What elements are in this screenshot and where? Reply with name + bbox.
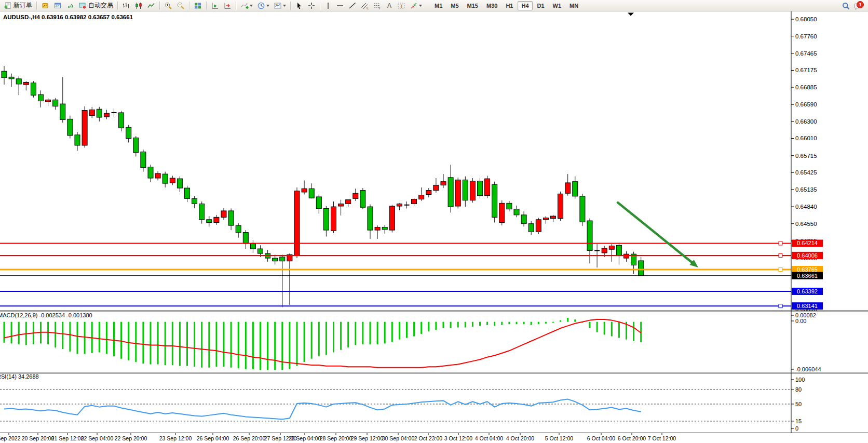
period-button-d1[interactable]: D1: [534, 1, 548, 10]
profiles-button[interactable]: [52, 0, 63, 11]
macd-bar: [516, 322, 518, 325]
search-icon[interactable]: [842, 2, 850, 10]
candle: [31, 83, 36, 96]
new-chart-button[interactable]: [39, 0, 51, 11]
candle: [133, 138, 139, 152]
arrows-button[interactable]: [408, 0, 424, 11]
line-handle[interactable]: [779, 304, 782, 308]
candle: [9, 77, 14, 78]
candle: [360, 191, 365, 208]
crosshair-button[interactable]: [306, 0, 317, 11]
toolbar-separator: [206, 2, 207, 10]
period-button-h1[interactable]: H1: [502, 1, 517, 10]
macd-bar: [208, 322, 210, 368]
bar-chart-icon: [122, 2, 130, 10]
candle: [67, 119, 73, 135]
candlestick-chart-button[interactable]: [133, 0, 144, 11]
text-button[interactable]: A: [384, 0, 395, 11]
fibonacci-icon: F: [373, 2, 382, 10]
chart-shift-icon: [223, 2, 232, 10]
autotrading-button[interactable]: 自动交易: [77, 0, 115, 11]
text-label-button[interactable]: T: [396, 0, 407, 11]
line-handle[interactable]: [779, 253, 782, 257]
svg-text:E: E: [367, 6, 369, 9]
period-button-w1[interactable]: W1: [549, 1, 565, 10]
macd-bar: [186, 322, 188, 366]
svg-text:0.64214: 0.64214: [797, 240, 818, 246]
macd-bar: [4, 322, 5, 343]
candle: [551, 216, 556, 218]
macd-bar: [106, 322, 107, 354]
svg-text:22 Sep 20:00: 22 Sep 20:00: [115, 435, 147, 441]
svg-text:80: 80: [795, 386, 802, 393]
svg-text:30 Sep 04:00: 30 Sep 04:00: [382, 435, 415, 441]
candle: [104, 113, 109, 117]
svg-text:7 Oct 12:00: 7 Oct 12:00: [648, 435, 676, 441]
macd-bar: [413, 322, 415, 337]
cursor-button[interactable]: [293, 0, 305, 11]
svg-text:26 Sep 04:00: 26 Sep 04:00: [197, 435, 229, 441]
candle: [309, 189, 314, 198]
macd-bar: [281, 322, 283, 370]
candle: [331, 207, 336, 231]
tile-windows-button[interactable]: [192, 0, 204, 11]
signals-button[interactable]: [64, 0, 76, 11]
candle: [185, 188, 190, 198]
line-handle[interactable]: [779, 241, 782, 245]
svg-text:Sep 2022: Sep 2022: [0, 435, 21, 441]
zoom-in-button[interactable]: [162, 0, 174, 11]
macd-bar: [618, 322, 620, 338]
chart-area[interactable]: 0.680500.677600.674650.671750.668850.665…: [0, 11, 868, 443]
macd-bar: [589, 322, 591, 328]
period-button-m15[interactable]: M15: [464, 1, 482, 10]
horizontal-line-button[interactable]: [334, 0, 346, 11]
periods-menu-button[interactable]: [255, 0, 271, 11]
candle: [412, 199, 417, 204]
chart-canvas[interactable]: 0.680500.677600.674650.671750.668850.665…: [0, 11, 868, 443]
trendline-button[interactable]: [347, 0, 358, 11]
macd-bar: [552, 322, 554, 323]
chevron-down-icon: [266, 5, 269, 7]
candlestick-chart-icon: [134, 2, 143, 10]
vertical-line-button[interactable]: [323, 0, 333, 11]
bar-chart-button[interactable]: [120, 0, 132, 11]
macd-bar: [333, 322, 334, 353]
zoom-out-button[interactable]: [175, 0, 186, 11]
macd-bar: [165, 322, 166, 365]
line-chart-button[interactable]: [145, 0, 157, 11]
candle: [170, 178, 175, 183]
arrows-icon: [410, 2, 418, 10]
fibonacci-button[interactable]: F: [372, 0, 383, 11]
candle: [521, 215, 526, 224]
period-button-h4[interactable]: H4: [518, 1, 532, 10]
auto-scroll-icon: [211, 2, 219, 10]
candle: [448, 178, 453, 207]
new-order-button[interactable]: 新订单: [2, 0, 34, 11]
indicators-button[interactable]: [239, 0, 254, 11]
period-button-m1[interactable]: M1: [431, 1, 446, 10]
equidistant-channel-button[interactable]: E: [359, 0, 371, 11]
period-button-m30[interactable]: M30: [483, 1, 501, 10]
notifications-button[interactable]: 1: [853, 1, 864, 10]
cursor-icon: [295, 2, 303, 10]
macd-bar: [223, 322, 225, 367]
macd-bar: [428, 322, 429, 332]
macd-bar: [113, 322, 115, 356]
vertical-line-icon: [324, 2, 332, 10]
templates-button[interactable]: [272, 0, 288, 11]
candle: [214, 217, 219, 222]
candle: [89, 110, 94, 115]
svg-text:4 Oct 20:00: 4 Oct 20:00: [506, 435, 534, 441]
chart-shift-button[interactable]: [222, 0, 233, 11]
candle: [75, 135, 80, 145]
period-button-mn[interactable]: MN: [566, 1, 582, 10]
period-button-m5[interactable]: M5: [447, 1, 462, 10]
candle: [353, 193, 358, 198]
macd-bar: [479, 322, 481, 326]
candle: [97, 109, 102, 117]
candle: [323, 208, 329, 230]
line-handle[interactable]: [779, 268, 782, 272]
macd-bar: [523, 322, 525, 325]
auto-scroll-button[interactable]: [209, 0, 221, 11]
text-label-icon: T: [397, 2, 405, 10]
